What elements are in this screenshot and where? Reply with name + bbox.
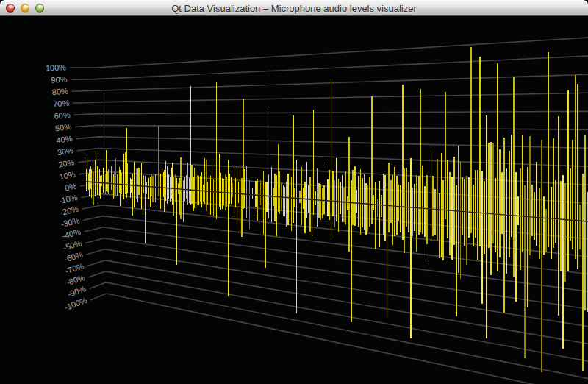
svg-text:-20%: -20% — [59, 205, 79, 217]
svg-text:10%: 10% — [59, 169, 76, 181]
svg-text:-30%: -30% — [60, 216, 81, 229]
svg-text:60%: 60% — [54, 110, 71, 121]
svg-text:0%: 0% — [64, 182, 77, 193]
svg-text:100%: 100% — [46, 63, 67, 72]
svg-text:-100%: -100% — [63, 296, 88, 312]
svg-text:70%: 70% — [53, 99, 70, 109]
svg-text:30%: 30% — [57, 146, 74, 157]
svg-text:40%: 40% — [56, 134, 74, 145]
window-title: Qt Data Visualization – Microphone audio… — [0, 1, 588, 15]
svg-text:50%: 50% — [54, 122, 71, 132]
app-window: Qt Data Visualization – Microphone audio… — [0, 0, 588, 384]
axis-labels: 100%90%80%70%60%50%40%30%20%10%0%-10%-20… — [46, 63, 88, 312]
svg-text:-10%: -10% — [58, 193, 79, 205]
audio-bars — [85, 47, 588, 372]
svg-text:90%: 90% — [51, 75, 68, 85]
svg-text:20%: 20% — [57, 157, 75, 168]
svg-text:80%: 80% — [51, 87, 68, 96]
audio-levels-3d-chart[interactable]: 100%90%80%70%60%50%40%30%20%10%0%-10%-20… — [0, 16, 588, 384]
window-titlebar[interactable]: Qt Data Visualization – Microphone audio… — [0, 0, 588, 16]
visualizer-content: 100%90%80%70%60%50%40%30%20%10%0%-10%-20… — [0, 16, 588, 384]
